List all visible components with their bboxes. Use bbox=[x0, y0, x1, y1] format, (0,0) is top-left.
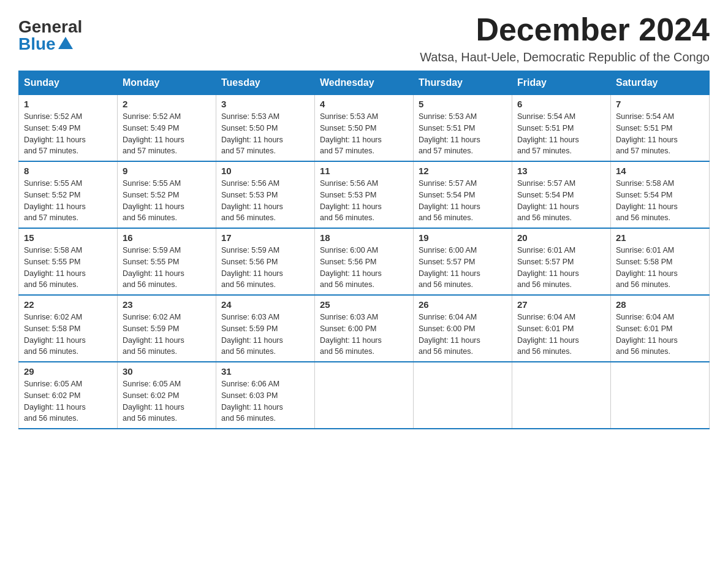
table-row: 11 Sunrise: 5:56 AMSunset: 5:53 PMDaylig… bbox=[315, 161, 414, 228]
day-info: Sunrise: 5:57 AMSunset: 5:54 PMDaylight:… bbox=[419, 179, 480, 222]
day-number: 9 bbox=[123, 166, 211, 176]
day-info: Sunrise: 6:02 AMSunset: 5:59 PMDaylight:… bbox=[123, 313, 184, 356]
day-info: Sunrise: 5:52 AMSunset: 5:49 PMDaylight:… bbox=[123, 112, 184, 155]
table-row: 23 Sunrise: 6:02 AMSunset: 5:59 PMDaylig… bbox=[118, 295, 216, 362]
day-info: Sunrise: 6:04 AMSunset: 6:00 PMDaylight:… bbox=[419, 313, 480, 356]
day-number: 15 bbox=[24, 232, 112, 243]
table-row: 3 Sunrise: 5:53 AMSunset: 5:50 PMDayligh… bbox=[216, 95, 315, 162]
day-number: 12 bbox=[419, 166, 507, 176]
day-info: Sunrise: 5:54 AMSunset: 5:51 PMDaylight:… bbox=[616, 112, 678, 155]
day-info: Sunrise: 5:57 AMSunset: 5:54 PMDaylight:… bbox=[517, 179, 579, 222]
day-info: Sunrise: 6:04 AMSunset: 6:01 PMDaylight:… bbox=[616, 313, 678, 356]
calendar-week-row: 15 Sunrise: 5:58 AMSunset: 5:55 PMDaylig… bbox=[19, 228, 710, 295]
day-number: 26 bbox=[419, 299, 507, 310]
header: General Blue December 2024 Watsa, Haut-U… bbox=[18, 12, 710, 64]
day-number: 6 bbox=[517, 99, 605, 109]
day-number: 27 bbox=[517, 299, 605, 310]
table-row: 26 Sunrise: 6:04 AMSunset: 6:00 PMDaylig… bbox=[414, 295, 512, 362]
day-info: Sunrise: 6:05 AMSunset: 6:02 PMDaylight:… bbox=[24, 380, 86, 423]
table-row: 1 Sunrise: 5:52 AMSunset: 5:49 PMDayligh… bbox=[19, 95, 118, 162]
day-number: 24 bbox=[221, 299, 309, 310]
header-thursday: Thursday bbox=[414, 71, 512, 95]
day-number: 11 bbox=[320, 166, 408, 176]
day-number: 28 bbox=[616, 299, 704, 310]
day-number: 30 bbox=[123, 366, 211, 377]
title-area: December 2024 Watsa, Haut-Uele, Democrat… bbox=[420, 12, 710, 64]
calendar-week-row: 29 Sunrise: 6:05 AMSunset: 6:02 PMDaylig… bbox=[19, 362, 710, 429]
logo: General Blue bbox=[18, 18, 82, 53]
day-info: Sunrise: 5:52 AMSunset: 5:49 PMDaylight:… bbox=[24, 112, 86, 155]
table-row: 27 Sunrise: 6:04 AMSunset: 6:01 PMDaylig… bbox=[512, 295, 611, 362]
table-row: 4 Sunrise: 5:53 AMSunset: 5:50 PMDayligh… bbox=[315, 95, 414, 162]
table-row: 9 Sunrise: 5:55 AMSunset: 5:52 PMDayligh… bbox=[118, 161, 216, 228]
location-subtitle: Watsa, Haut-Uele, Democratic Republic of… bbox=[420, 50, 710, 64]
day-number: 23 bbox=[123, 299, 211, 310]
table-row: 19 Sunrise: 6:00 AMSunset: 5:57 PMDaylig… bbox=[414, 228, 512, 295]
day-number: 19 bbox=[419, 232, 507, 243]
table-row: 30 Sunrise: 6:05 AMSunset: 6:02 PMDaylig… bbox=[118, 362, 216, 429]
table-row: 10 Sunrise: 5:56 AMSunset: 5:53 PMDaylig… bbox=[216, 161, 315, 228]
logo-blue-text: Blue bbox=[18, 36, 73, 53]
table-row bbox=[611, 362, 710, 429]
day-number: 18 bbox=[320, 232, 408, 243]
table-row: 31 Sunrise: 6:06 AMSunset: 6:03 PMDaylig… bbox=[216, 362, 315, 429]
day-number: 16 bbox=[123, 232, 211, 243]
table-row: 20 Sunrise: 6:01 AMSunset: 5:57 PMDaylig… bbox=[512, 228, 611, 295]
day-number: 8 bbox=[24, 166, 112, 176]
header-tuesday: Tuesday bbox=[216, 71, 315, 95]
day-info: Sunrise: 5:58 AMSunset: 5:55 PMDaylight:… bbox=[24, 246, 86, 289]
table-row: 7 Sunrise: 5:54 AMSunset: 5:51 PMDayligh… bbox=[611, 95, 710, 162]
day-info: Sunrise: 5:55 AMSunset: 5:52 PMDaylight:… bbox=[123, 179, 184, 222]
day-info: Sunrise: 5:54 AMSunset: 5:51 PMDaylight:… bbox=[517, 112, 579, 155]
day-number: 22 bbox=[24, 299, 112, 310]
table-row: 13 Sunrise: 5:57 AMSunset: 5:54 PMDaylig… bbox=[512, 161, 611, 228]
table-row: 21 Sunrise: 6:01 AMSunset: 5:58 PMDaylig… bbox=[611, 228, 710, 295]
day-info: Sunrise: 6:05 AMSunset: 6:02 PMDaylight:… bbox=[123, 380, 184, 423]
table-row: 18 Sunrise: 6:00 AMSunset: 5:56 PMDaylig… bbox=[315, 228, 414, 295]
day-info: Sunrise: 5:59 AMSunset: 5:56 PMDaylight:… bbox=[221, 246, 283, 289]
day-number: 4 bbox=[320, 99, 408, 109]
table-row: 24 Sunrise: 6:03 AMSunset: 5:59 PMDaylig… bbox=[216, 295, 315, 362]
day-info: Sunrise: 6:00 AMSunset: 5:57 PMDaylight:… bbox=[419, 246, 480, 289]
calendar-week-row: 1 Sunrise: 5:52 AMSunset: 5:49 PMDayligh… bbox=[19, 95, 710, 162]
day-number: 3 bbox=[221, 99, 309, 109]
day-info: Sunrise: 6:06 AMSunset: 6:03 PMDaylight:… bbox=[221, 380, 283, 423]
day-info: Sunrise: 6:03 AMSunset: 5:59 PMDaylight:… bbox=[221, 313, 283, 356]
day-info: Sunrise: 5:56 AMSunset: 5:53 PMDaylight:… bbox=[221, 179, 283, 222]
day-number: 5 bbox=[419, 99, 507, 109]
header-sunday: Sunday bbox=[19, 71, 118, 95]
table-row: 6 Sunrise: 5:54 AMSunset: 5:51 PMDayligh… bbox=[512, 95, 611, 162]
day-info: Sunrise: 6:01 AMSunset: 5:58 PMDaylight:… bbox=[616, 246, 678, 289]
table-row: 5 Sunrise: 5:53 AMSunset: 5:51 PMDayligh… bbox=[414, 95, 512, 162]
day-number: 31 bbox=[221, 366, 309, 377]
day-info: Sunrise: 5:53 AMSunset: 5:51 PMDaylight:… bbox=[419, 112, 480, 155]
day-info: Sunrise: 5:55 AMSunset: 5:52 PMDaylight:… bbox=[24, 179, 86, 222]
day-number: 10 bbox=[221, 166, 309, 176]
calendar-header-row: Sunday Monday Tuesday Wednesday Thursday… bbox=[19, 71, 710, 95]
day-info: Sunrise: 6:02 AMSunset: 5:58 PMDaylight:… bbox=[24, 313, 86, 356]
table-row: 22 Sunrise: 6:02 AMSunset: 5:58 PMDaylig… bbox=[19, 295, 118, 362]
table-row bbox=[414, 362, 512, 429]
table-row bbox=[512, 362, 611, 429]
day-number: 14 bbox=[616, 166, 704, 176]
day-number: 20 bbox=[517, 232, 605, 243]
table-row: 25 Sunrise: 6:03 AMSunset: 6:00 PMDaylig… bbox=[315, 295, 414, 362]
calendar-week-row: 22 Sunrise: 6:02 AMSunset: 5:58 PMDaylig… bbox=[19, 295, 710, 362]
table-row: 8 Sunrise: 5:55 AMSunset: 5:52 PMDayligh… bbox=[19, 161, 118, 228]
day-number: 7 bbox=[616, 99, 704, 109]
day-number: 21 bbox=[616, 232, 704, 243]
calendar-table: Sunday Monday Tuesday Wednesday Thursday… bbox=[18, 71, 710, 429]
header-monday: Monday bbox=[118, 71, 216, 95]
day-number: 17 bbox=[221, 232, 309, 243]
month-title: December 2024 bbox=[420, 12, 710, 47]
table-row: 15 Sunrise: 5:58 AMSunset: 5:55 PMDaylig… bbox=[19, 228, 118, 295]
table-row: 12 Sunrise: 5:57 AMSunset: 5:54 PMDaylig… bbox=[414, 161, 512, 228]
table-row: 28 Sunrise: 6:04 AMSunset: 6:01 PMDaylig… bbox=[611, 295, 710, 362]
day-info: Sunrise: 5:53 AMSunset: 5:50 PMDaylight:… bbox=[221, 112, 283, 155]
day-number: 1 bbox=[24, 99, 112, 109]
day-info: Sunrise: 6:04 AMSunset: 6:01 PMDaylight:… bbox=[517, 313, 579, 356]
table-row: 2 Sunrise: 5:52 AMSunset: 5:49 PMDayligh… bbox=[118, 95, 216, 162]
day-info: Sunrise: 6:01 AMSunset: 5:57 PMDaylight:… bbox=[517, 246, 579, 289]
day-number: 29 bbox=[24, 366, 112, 377]
day-info: Sunrise: 5:56 AMSunset: 5:53 PMDaylight:… bbox=[320, 179, 382, 222]
